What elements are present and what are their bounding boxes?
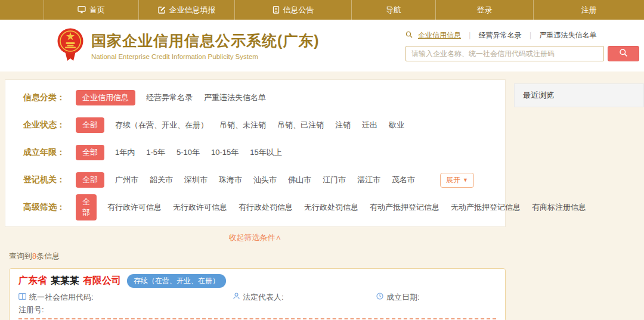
filter-option[interactable]: 无行政许可信息 [173, 202, 227, 213]
expand-button[interactable]: 展开 ▼ [440, 173, 474, 188]
company-name-core: 某某某 [51, 275, 79, 287]
id-card-icon [18, 293, 26, 302]
filter-option[interactable]: 5-10年 [177, 147, 200, 158]
nav-item-login[interactable]: 登录 [436, 0, 534, 20]
national-emblem-logo [57, 27, 84, 64]
filter-option[interactable]: 广州市 [115, 175, 138, 185]
filter-row-label: 成立年限： [23, 147, 76, 158]
filter-option[interactable]: 严重违法失信名单 [204, 92, 266, 103]
nav-item-register[interactable]: 注册 [534, 0, 644, 20]
site-header: 国家企业信用信息公示系统(广东) National Enterprise Cre… [0, 20, 644, 72]
page-body: 信息分类： 企业信用信息 经营异常名录 严重违法失信名单 企业状态： 全部 存续… [0, 72, 644, 320]
logo-block: 国家企业信用信息公示系统(广东) National Enterprise Cre… [57, 27, 320, 64]
filter-option[interactable]: 歇业 [389, 120, 404, 131]
filter-option[interactable]: 1-5年 [146, 147, 165, 158]
filter-option[interactable]: 无行政处罚信息 [304, 202, 358, 213]
filter-option[interactable]: 1年内 [115, 147, 135, 158]
search-button[interactable] [608, 46, 639, 61]
nav-item-navigation[interactable]: 导航 [352, 0, 436, 20]
field-label: 法定代表人: [243, 292, 284, 303]
status-badge: 存续（在营、开业、在册） [127, 274, 226, 288]
filter-option[interactable]: 吊销、已注销 [277, 120, 324, 131]
result-count-prefix: 查询到 [9, 251, 32, 260]
filter-row-label: 登记机关： [23, 175, 76, 185]
filter-option-selected[interactable]: 全部 [76, 117, 104, 133]
field-label: 成立日期: [386, 292, 420, 303]
filter-row-label: 企业状态： [23, 120, 76, 131]
filter-option[interactable]: 迁出 [362, 120, 377, 131]
filter-option-selected[interactable]: 企业信用信息 [76, 90, 135, 105]
main-column: 信息分类： 企业信用信息 经营异常名录 严重违法失信名单 企业状态： 全部 存续… [5, 79, 506, 320]
nav-spacer [0, 0, 44, 20]
search-input[interactable] [405, 46, 604, 61]
filter-option[interactable]: 15年以上 [250, 147, 281, 158]
filter-option[interactable]: 湛江市 [357, 175, 380, 185]
filter-row-enterprise-status: 企业状态： 全部 存续（在营、开业、在册） 吊销、未注销 吊销、已注销 注销 迁… [23, 111, 505, 139]
filter-option-selected[interactable]: 全部 [76, 172, 104, 188]
search-block: 企业信用信息 ｜ 经营异常名录 ｜ 严重违法失信名单 [405, 30, 639, 61]
search-icon [405, 31, 413, 40]
filter-option[interactable]: 有行政处罚信息 [239, 202, 293, 213]
result-count-suffix: 条信息 [36, 251, 60, 260]
nav-item-label: 登录 [477, 5, 493, 15]
filter-option[interactable]: 无动产抵押登记信息 [451, 202, 521, 213]
filter-option[interactable]: 经营异常名录 [146, 92, 193, 103]
filter-option[interactable]: 韶关市 [150, 175, 173, 185]
expand-button-label: 展开 [446, 175, 460, 185]
result-count: 查询到8条信息 [5, 251, 506, 262]
filter-option-selected[interactable]: 全部 [76, 145, 104, 160]
result-card[interactable]: 广东省 某某某 有限公司 存续（在营、开业、在册） 统一社会信用代码: [9, 268, 506, 320]
chevron-down-icon: ▼ [463, 177, 468, 183]
filter-option[interactable]: 汕头市 [253, 175, 277, 185]
filter-option[interactable]: 深圳市 [184, 175, 208, 185]
filter-option[interactable]: 注销 [335, 120, 351, 131]
nav-item-enterprise-report[interactable]: 企业信息填报 [139, 0, 235, 20]
field-label: 统一社会信用代码: [29, 292, 94, 303]
filter-row-label: 信息分类： [23, 92, 76, 103]
filter-option[interactable]: 江门市 [323, 175, 346, 185]
quick-link-credit-info[interactable]: 企业信用信息 [418, 30, 461, 41]
sidebar-title: 最近浏览 [514, 83, 644, 107]
filter-option[interactable]: 佛山市 [288, 175, 311, 185]
filter-row-registration-authority: 登记机关： 全部 广州市 韶关市 深圳市 珠海市 汕头市 佛山市 江门市 湛江市… [23, 166, 505, 194]
filter-option[interactable]: 存续（在营、开业、在册） [115, 120, 208, 131]
filter-row-info-category: 信息分类： 企业信用信息 经营异常名录 严重违法失信名单 [23, 84, 505, 111]
filter-option[interactable]: 有商标注册信息 [532, 202, 586, 213]
filter-option[interactable]: 茂名市 [392, 175, 415, 185]
company-name-suffix: 有限公司 [83, 275, 121, 287]
site-subtitle: National Enterprise Credit Information P… [91, 53, 320, 60]
company-fields: 统一社会信用代码: 法定代表人: 成立日期: [18, 292, 496, 315]
company-name-province: 广东省 [18, 275, 47, 287]
quick-link-illegal-list[interactable]: 严重违法失信名单 [540, 30, 597, 41]
clock-icon [376, 293, 383, 302]
collapse-filters-link[interactable]: 收起筛选条件∧ [5, 232, 506, 243]
search-quick-links: 企业信用信息 ｜ 经营异常名录 ｜ 严重违法失信名单 [405, 30, 639, 41]
filter-row-years-established: 成立年限： 全部 1年内 1-5年 5-10年 10-15年 15年以上 [23, 139, 505, 166]
nav-item-label: 首页 [89, 5, 105, 15]
field-legal-representative: 法定代表人: [233, 292, 376, 302]
nav-item-announcements[interactable]: 信息公告 [235, 0, 352, 20]
nav-item-label: 注册 [581, 5, 597, 15]
link-separator: ｜ [466, 30, 473, 41]
filter-row-advanced: 高级筛选： 全部 有行政许可信息 无行政许可信息 有行政处罚信息 无行政处罚信息… [23, 194, 505, 221]
filter-option[interactable]: 有行政许可信息 [107, 202, 162, 213]
magnifier-icon [619, 48, 628, 59]
nav-item-label: 导航 [386, 5, 401, 15]
top-nav: 首页 企业信息填报 信息公告 导航 登录 注册 [0, 0, 644, 20]
monitor-icon [78, 6, 86, 14]
filter-option[interactable]: 10-15年 [211, 147, 239, 158]
quick-link-abnormal-list[interactable]: 经营异常名录 [479, 30, 522, 41]
filter-option[interactable]: 有动产抵押登记信息 [370, 202, 439, 213]
company-name[interactable]: 广东省 某某某 有限公司 存续（在营、开业、在册） [18, 274, 496, 288]
sidebar-recently-viewed: 最近浏览 [514, 79, 644, 107]
field-credit-code: 统一社会信用代码: [18, 292, 233, 302]
person-icon [233, 293, 240, 302]
filter-option[interactable]: 吊销、未注销 [219, 120, 266, 131]
document-icon [273, 6, 280, 14]
filter-option[interactable]: 珠海市 [219, 175, 242, 185]
site-title: 国家企业信用信息公示系统(广东) [91, 31, 320, 51]
filter-row-label: 高级筛选： [23, 202, 76, 213]
nav-item-home[interactable]: 首页 [44, 0, 139, 20]
search-row [405, 46, 639, 61]
filter-option-selected[interactable]: 全部 [76, 194, 97, 220]
